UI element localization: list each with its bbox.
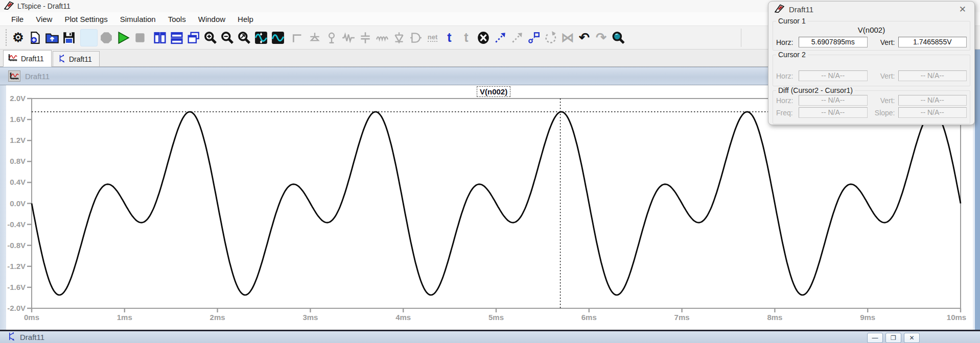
x-axis-label: 4ms [388, 313, 418, 322]
cursor2-vert-label: Vert: [875, 72, 898, 80]
trace-label[interactable]: V(n002) [477, 86, 510, 97]
x-axis-label: 1ms [109, 313, 140, 322]
cursor-dialog-title: Draft11 [789, 5, 952, 14]
zoom-in-icon[interactable] [202, 29, 219, 47]
maximize-button[interactable]: ❐ [885, 333, 901, 343]
x-axis-label: 5ms [481, 313, 511, 322]
cursor2-horz-value: -- N/A-- [799, 70, 868, 81]
y-axis-label: 1.2V [1, 136, 26, 144]
y-axis-label: 1.6V [1, 115, 26, 124]
diode-icon[interactable] [390, 29, 407, 47]
y-axis-label: -1.6V [1, 283, 26, 291]
plot-window-icon-box [8, 70, 20, 82]
diff-slope-value: -- N/A-- [898, 107, 967, 118]
autorange-icon[interactable] [252, 29, 269, 47]
diff-freq-label: Freq: [776, 109, 799, 117]
y-axis-label: -2.0V [1, 304, 26, 312]
zoom-extents-icon[interactable] [236, 29, 252, 47]
menu-help[interactable]: Help [231, 13, 260, 25]
menu-plot-settings[interactable]: Plot Settings [58, 13, 113, 25]
toolbar-separator [741, 29, 741, 47]
redo-icon[interactable]: ↷ [593, 29, 610, 47]
y-axis-label: 0.4V [1, 178, 26, 186]
netlist-icon[interactable]: net [424, 29, 441, 47]
cursor2-group: Cursor 2 Horz: -- N/A-- Vert: -- N/A-- [773, 55, 970, 86]
new-schematic-icon[interactable] [27, 29, 43, 47]
cursor1-horz-value[interactable]: 5.6907895ms [799, 37, 868, 47]
close-icon[interactable]: ✕ [957, 4, 968, 15]
capacitor-icon[interactable] [357, 29, 374, 47]
drag-icon[interactable] [492, 29, 508, 47]
halt-icon[interactable] [131, 29, 148, 47]
wire-icon[interactable] [289, 29, 306, 47]
x-axis-label: 2ms [202, 313, 233, 322]
control-panel-icon: ⚙ [12, 31, 24, 44]
diff-vert-value: -- N/A-- [898, 95, 967, 106]
spice-directive-icon: t [464, 31, 468, 44]
cursor1-legend: Cursor 1 [776, 17, 808, 25]
cursor2-legend: Cursor 2 [776, 51, 808, 59]
control-panel-icon[interactable]: ⚙ [10, 29, 27, 47]
cursor-dialog-titlebar[interactable]: Draft11 ✕ [768, 2, 974, 17]
y-axis-label: 0.0V [1, 199, 26, 208]
pause-icon[interactable] [98, 29, 114, 47]
y-axis-label: -0.8V [1, 241, 26, 250]
tile-horizontal-icon[interactable] [168, 29, 185, 47]
cascade-icon[interactable] [185, 29, 202, 47]
cursor1-vert-value[interactable]: 1.7465855V [898, 37, 967, 47]
blank-slot[interactable] [80, 29, 98, 46]
x-axis-label: 3ms [295, 313, 325, 322]
schematic-tab-icon [58, 54, 65, 64]
text-tool-icon[interactable]: t [441, 29, 458, 47]
run-icon[interactable] [114, 29, 131, 47]
zoom-out-icon[interactable] [219, 29, 236, 47]
menu-simulation[interactable]: Simulation [114, 13, 162, 25]
component-icon[interactable] [407, 29, 424, 47]
net-label-icon[interactable] [323, 29, 340, 47]
find-icon[interactable] [610, 29, 626, 47]
window-title: LTspice - Draft11 [17, 2, 71, 10]
spice-directive-icon[interactable]: t [458, 29, 475, 47]
ground-icon[interactable] [306, 29, 323, 47]
x-axis-label: 0ms [16, 313, 47, 322]
menu-window[interactable]: Window [192, 13, 231, 25]
minimize-button[interactable]: — [867, 333, 883, 343]
schematic-window-title: Draft11 [20, 333, 44, 341]
duplicate-icon[interactable] [525, 29, 542, 47]
resistor-icon[interactable] [340, 29, 357, 47]
y-axis-label: 2.0V [1, 94, 26, 103]
schematic-window-icon [7, 332, 15, 343]
delete-icon[interactable] [475, 29, 492, 47]
menu-file[interactable]: File [5, 13, 30, 25]
tab-schematic-draft11[interactable]: Draft11 [53, 51, 100, 66]
diff-freq-value: -- N/A-- [799, 107, 868, 118]
cursor1-group: Cursor 1 V(n002) Horz: 5.6907895ms Vert:… [773, 21, 970, 51]
ltspice-logo-icon [4, 1, 14, 12]
tile-vertical-icon[interactable] [151, 29, 168, 47]
toolbar-grip [5, 29, 8, 47]
diff-legend: Diff (Cursor2 - Cursor1) [776, 86, 855, 94]
save-icon[interactable] [60, 29, 77, 47]
menu-tools[interactable]: Tools [162, 13, 192, 25]
rotate-icon[interactable] [542, 29, 559, 47]
plot-window-title: Draft11 [25, 72, 50, 81]
tab-label: Draft11 [21, 55, 44, 63]
menu-view[interactable]: View [30, 13, 58, 25]
close-window-button[interactable]: ✕ [904, 333, 920, 343]
mirror-icon[interactable]: ⋈ [559, 29, 576, 47]
waveform-pane-icon[interactable] [269, 29, 286, 47]
diff-horz-label: Horz: [776, 96, 799, 105]
tab-waveform-draft11[interactable]: Draft11 [3, 50, 52, 67]
inductor-icon[interactable] [374, 29, 390, 47]
cursor-dialog[interactable]: Draft11 ✕ Cursor 1 V(n002) Horz: 5.69078… [768, 1, 975, 125]
cursor1-vert-label: Vert: [875, 38, 898, 46]
x-axis-label: 7ms [667, 313, 697, 322]
diff-group: Diff (Cursor2 - Cursor1) Horz: -- N/A-- … [773, 90, 970, 124]
schematic-window-titlebar[interactable]: Draft11 — ❐ ✕ [0, 330, 980, 343]
undo-icon[interactable]: ↶ [576, 29, 593, 47]
y-axis-label: -0.4V [1, 220, 26, 229]
x-axis-label: 6ms [574, 313, 604, 322]
open-icon[interactable] [43, 29, 60, 47]
redo-icon: ↷ [596, 31, 606, 44]
move-icon[interactable] [508, 29, 525, 47]
